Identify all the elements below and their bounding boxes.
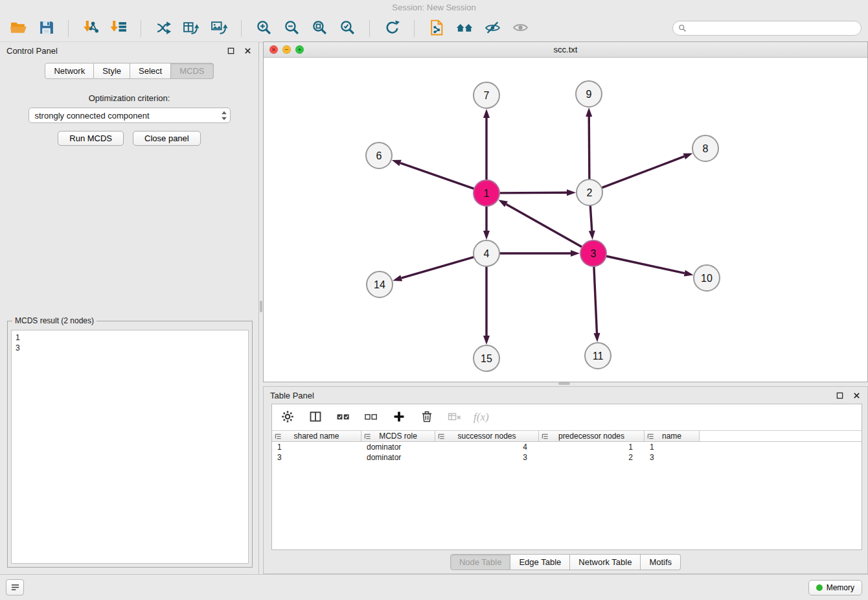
float-panel-button[interactable] bbox=[226, 46, 235, 55]
gear-button[interactable] bbox=[279, 408, 297, 426]
status-bar: Memory bbox=[0, 574, 868, 600]
table-tab-network-table[interactable]: Network Table bbox=[570, 554, 641, 570]
memory-button[interactable]: Memory bbox=[808, 580, 862, 595]
table-tab-edge-table[interactable]: Edge Table bbox=[510, 554, 570, 570]
column-header-filler bbox=[700, 431, 862, 441]
window-titlebar: Session: New Session bbox=[0, 0, 868, 14]
home-button[interactable] bbox=[453, 17, 476, 40]
table-tab-node-table[interactable]: Node Table bbox=[450, 554, 511, 570]
vertical-splitter-handle[interactable] bbox=[260, 301, 262, 312]
mcds-result-title: MCDS result (2 nodes) bbox=[12, 316, 97, 325]
traffic-minimize[interactable] bbox=[282, 45, 291, 54]
deselect-all-button[interactable] bbox=[362, 408, 380, 426]
criterion-dropdown[interactable]: strongly connected component bbox=[29, 108, 231, 123]
graph-edge-3-11[interactable] bbox=[594, 266, 597, 333]
zoom-out-button[interactable] bbox=[280, 17, 303, 40]
search-input[interactable] bbox=[690, 24, 856, 33]
close-panel-action-button[interactable]: Close panel bbox=[133, 131, 201, 146]
search-box[interactable] bbox=[672, 21, 862, 36]
import-network-button[interactable] bbox=[79, 17, 102, 40]
table-cell[interactable]: 3 bbox=[435, 453, 539, 462]
zoom-in-button[interactable] bbox=[252, 17, 275, 40]
save-session-button[interactable] bbox=[34, 17, 58, 40]
column-header-name[interactable]: name bbox=[645, 431, 700, 441]
control-panel-title: Control Panel bbox=[6, 46, 58, 56]
column-header-shared-name[interactable]: shared name bbox=[272, 431, 361, 441]
open-file-button[interactable] bbox=[6, 17, 30, 40]
graph-edge-arrowhead bbox=[571, 250, 580, 257]
table-row[interactable]: 1dominator411 bbox=[272, 442, 862, 452]
export-image-button[interactable] bbox=[207, 17, 231, 40]
graph-edge-2-8[interactable] bbox=[602, 156, 685, 187]
traffic-close[interactable] bbox=[269, 45, 278, 54]
traffic-zoom[interactable] bbox=[295, 45, 304, 54]
apply-layout-button[interactable] bbox=[152, 17, 175, 40]
toolbar-separator bbox=[241, 20, 242, 37]
table-panel: Table Panel f(x) shared nameMCDS rolesuc… bbox=[263, 386, 868, 574]
table-cell[interactable]: dominator bbox=[361, 443, 435, 452]
graph-edge-3-10[interactable] bbox=[606, 256, 685, 273]
table-cell[interactable]: 3 bbox=[645, 453, 700, 462]
table-cell[interactable]: 4 bbox=[435, 443, 539, 452]
horizontal-splitter-handle[interactable] bbox=[558, 382, 570, 385]
select-all-button[interactable] bbox=[334, 408, 352, 426]
table-tab-motifs[interactable]: Motifs bbox=[641, 554, 681, 570]
memory-status-dot bbox=[816, 584, 823, 591]
tab-select[interactable]: Select bbox=[130, 63, 171, 79]
table-cell[interactable]: 1 bbox=[645, 443, 700, 452]
network-graph[interactable]: 7968124314101511 bbox=[264, 58, 867, 380]
close-table-panel-button[interactable] bbox=[852, 391, 861, 400]
table-cell[interactable]: 1 bbox=[272, 443, 361, 452]
tab-network[interactable]: Network bbox=[45, 63, 94, 79]
zoom-fit-button[interactable] bbox=[308, 17, 331, 40]
table-cell[interactable]: 3 bbox=[272, 453, 361, 462]
table-cell[interactable]: 1 bbox=[539, 443, 645, 452]
float-table-panel-button[interactable] bbox=[835, 391, 844, 400]
graph-edge-4-14[interactable] bbox=[402, 257, 474, 279]
save-session-icon bbox=[38, 19, 55, 38]
import-table-button[interactable] bbox=[107, 17, 130, 40]
show-hide-button[interactable] bbox=[481, 17, 504, 40]
table-cell[interactable]: 2 bbox=[539, 453, 645, 462]
refresh-button[interactable] bbox=[380, 17, 404, 40]
mcds-result-list[interactable]: 13 bbox=[11, 330, 249, 564]
table-cell[interactable]: dominator bbox=[361, 453, 435, 462]
delete-table-button[interactable] bbox=[446, 408, 464, 426]
table-row[interactable]: 3dominator323 bbox=[272, 452, 862, 463]
run-mcds-button[interactable]: Run MCDS bbox=[58, 131, 124, 146]
tab-mcds[interactable]: MCDS bbox=[171, 63, 213, 79]
graph-edge-arrowhead bbox=[392, 160, 402, 166]
add-button[interactable] bbox=[390, 408, 408, 426]
graph-edge-1-2[interactable] bbox=[499, 192, 567, 193]
zoom-fit-icon bbox=[311, 19, 328, 38]
trash-button[interactable] bbox=[418, 408, 436, 426]
fx-button[interactable]: f(x) bbox=[474, 408, 489, 426]
app-window: Session: New Session Control Panel Netwo… bbox=[0, 0, 868, 600]
graph-node-label: 6 bbox=[376, 150, 382, 161]
columns-button[interactable] bbox=[306, 408, 325, 426]
column-header-successor-nodes[interactable]: successor nodes bbox=[435, 431, 539, 441]
network-document-button[interactable] bbox=[425, 17, 448, 40]
graph-edge-2-9[interactable] bbox=[589, 117, 589, 179]
toolbar-separator bbox=[141, 20, 141, 37]
column-header-MCDS-role[interactable]: MCDS role bbox=[361, 431, 435, 441]
tab-style[interactable]: Style bbox=[94, 63, 130, 79]
zoom-selected-button[interactable] bbox=[336, 17, 359, 40]
graph-node-label: 2 bbox=[587, 187, 593, 198]
refresh-icon bbox=[383, 19, 401, 38]
network-canvas[interactable]: 7968124314101511 bbox=[264, 58, 867, 380]
graph-edge-1-6[interactable] bbox=[400, 163, 474, 189]
graph-edge-2-3[interactable] bbox=[590, 205, 591, 231]
graph-edge-3-1[interactable] bbox=[506, 204, 582, 247]
export-table-button[interactable] bbox=[179, 17, 203, 40]
close-panel-button[interactable] bbox=[243, 46, 252, 55]
home-icon bbox=[456, 19, 474, 38]
eye-button[interactable] bbox=[508, 17, 532, 40]
toolbar-separator bbox=[68, 20, 69, 37]
column-type-icon bbox=[364, 433, 371, 440]
panel-menu-button[interactable] bbox=[6, 579, 24, 595]
gear-icon bbox=[280, 410, 295, 425]
control-panel-tabs: NetworkStyleSelectMCDS bbox=[0, 63, 258, 79]
float-icon bbox=[836, 392, 843, 399]
column-header-predecessor-nodes[interactable]: predecessor nodes bbox=[539, 431, 645, 441]
